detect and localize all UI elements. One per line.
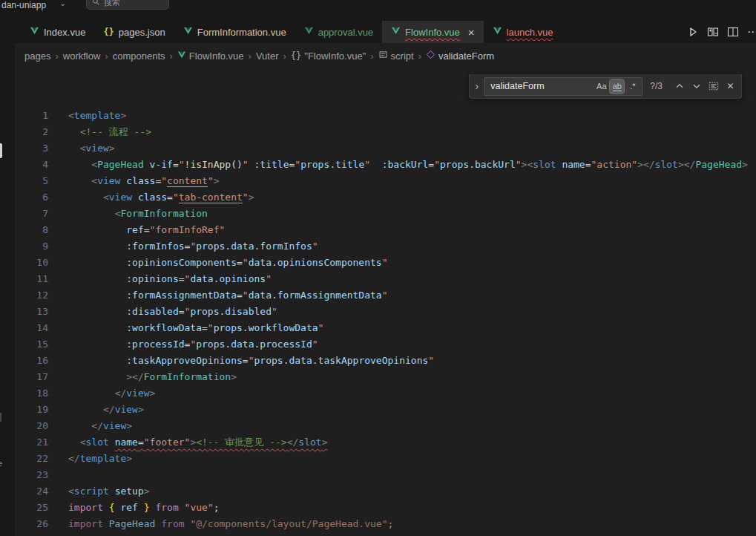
code-text: ref="formInfoRef" bbox=[48, 222, 225, 238]
more-actions-icon[interactable]: ⋯ bbox=[746, 24, 756, 39]
open-changes-icon[interactable] bbox=[706, 24, 720, 39]
code-line-23[interactable]: 23 bbox=[15, 467, 756, 483]
code-text: <view class="tab-content"> bbox=[48, 189, 254, 206]
breadcrumb-item-script[interactable]: script bbox=[378, 50, 414, 62]
code-line-15[interactable]: 15 :processId="props.data.processId" bbox=[15, 336, 756, 353]
code-line-19[interactable]: 19 </view> bbox=[15, 402, 756, 418]
line-number: 12 bbox=[15, 287, 48, 304]
find-in-selection-icon[interactable] bbox=[706, 79, 721, 94]
breadcrumb-item-pages[interactable]: pages bbox=[24, 50, 50, 62]
breadcrumb-item-vuter[interactable]: Vuter bbox=[256, 50, 279, 62]
code-line-7[interactable]: 7 <FormInformation bbox=[15, 206, 756, 222]
split-editor-icon[interactable] bbox=[726, 24, 740, 39]
previous-match-button[interactable] bbox=[671, 79, 687, 94]
code-line-5[interactable]: 5 <view class="content"> bbox=[15, 173, 756, 189]
tab-approval-vue[interactable]: approval.vue bbox=[295, 21, 382, 43]
code-text bbox=[48, 467, 68, 483]
breadcrumb-item-components[interactable]: components bbox=[113, 50, 165, 62]
toggle-replace-icon[interactable]: › bbox=[471, 74, 482, 98]
code-text: <PageHead v-if="!isInApp()" :title="prop… bbox=[48, 157, 748, 173]
code-line-21[interactable]: 21 <slot name="footer"><!-- 审批意见 --></sl… bbox=[15, 434, 756, 451]
breadcrumb-item-workflow[interactable]: workflow bbox=[63, 50, 101, 62]
vue-icon bbox=[304, 26, 314, 38]
line-number: 8 bbox=[15, 222, 48, 238]
code-line-25[interactable]: 25import { ref } from "vue"; bbox=[15, 500, 756, 516]
code-text: </view> bbox=[48, 402, 144, 418]
chevron-right-icon: › bbox=[370, 50, 373, 62]
next-match-button[interactable] bbox=[688, 79, 704, 94]
workspace-title[interactable]: dan-uniapp bbox=[1, 0, 46, 10]
code-text: <view class="content"> bbox=[48, 173, 220, 189]
sidebar-text-fragment bbox=[0, 413, 1, 422]
code-text: </template> bbox=[48, 451, 132, 467]
match-case-toggle[interactable]: Aa bbox=[594, 79, 608, 94]
code-text: <script setup> bbox=[48, 483, 150, 500]
tab-bar: Index.vue {} pages.json FormInformation.… bbox=[15, 21, 756, 43]
code-text: <view> bbox=[48, 140, 115, 157]
code-line-12[interactable]: 12 :formAssignmentData="data.formAssignm… bbox=[15, 287, 756, 304]
code-line-1[interactable]: 1<template> bbox=[15, 108, 756, 124]
find-input[interactable] bbox=[489, 80, 593, 92]
line-number: 3 bbox=[15, 140, 48, 157]
code-line-3[interactable]: 3 <view> bbox=[15, 140, 756, 157]
line-number: 23 bbox=[15, 467, 48, 483]
tab-launch-vue[interactable]: launch.vue bbox=[484, 21, 562, 43]
code-text: :formAssignmentData="data.formAssignment… bbox=[48, 287, 388, 304]
code-line-22[interactable]: 22</template> bbox=[15, 451, 756, 467]
code-text: <slot name="footer"><!-- 审批意见 --></slot> bbox=[48, 434, 327, 451]
code-line-10[interactable]: 10 :opinionsComponents="data.opinionsCom… bbox=[15, 255, 756, 271]
run-button[interactable] bbox=[686, 24, 700, 39]
breadcrumb: pages › workflow › components › FlowInfo… bbox=[15, 43, 756, 68]
editor-pane[interactable]: 1<template>2 <!-- 流程 -->3 <view>4 <PageH… bbox=[15, 68, 756, 536]
code-line-8[interactable]: 8 ref="formInfoRef" bbox=[15, 222, 756, 238]
code-line-20[interactable]: 20 </view> bbox=[15, 418, 756, 434]
vue-icon bbox=[177, 50, 186, 62]
vscode-window: e dan-uniapp ⌄ 搜索 Index.vue {} pages.jso… bbox=[0, 0, 756, 536]
code-line-13[interactable]: 13 :disabled="props.disabled" bbox=[15, 304, 756, 320]
line-number: 5 bbox=[15, 173, 48, 189]
braces-icon: {} bbox=[291, 50, 301, 61]
code-line-18[interactable]: 18 </view> bbox=[15, 385, 756, 402]
code-text: ></FormInformation> bbox=[48, 369, 237, 385]
code-line-11[interactable]: 11 :opinions="data.opinions" bbox=[15, 271, 756, 287]
code-text: <!-- 流程 --> bbox=[48, 124, 151, 140]
line-number: 24 bbox=[15, 483, 48, 500]
command-center-search[interactable]: 搜索 bbox=[86, 0, 169, 10]
chevron-down-icon[interactable]: ⌄ bbox=[59, 0, 66, 8]
tab-index-vue[interactable]: Index.vue bbox=[21, 21, 94, 43]
code-line-9[interactable]: 9 :formInfos="props.data.formInfos" bbox=[15, 238, 756, 255]
breadcrumb-item-flowinfo-file[interactable]: FlowInfo.vue bbox=[177, 50, 244, 62]
line-number: 20 bbox=[15, 418, 48, 434]
title-bar: dan-uniapp ⌄ 搜索 bbox=[0, 0, 756, 10]
code-text: </view> bbox=[48, 418, 132, 434]
code-line-4[interactable]: 4 <PageHead v-if="!isInApp()" :title="pr… bbox=[15, 157, 756, 173]
code-line-2[interactable]: 2 <!-- 流程 --> bbox=[15, 124, 756, 140]
line-number: 2 bbox=[15, 124, 48, 140]
code-line-6[interactable]: 6 <view class="tab-content"> bbox=[15, 189, 756, 206]
close-icon[interactable]: ✕ bbox=[723, 79, 738, 94]
close-icon[interactable]: × bbox=[468, 27, 475, 38]
tab-pages-json[interactable]: {} pages.json bbox=[94, 21, 174, 43]
top-chrome: dan-uniapp ⌄ 搜索 Index.vue {} pages.json … bbox=[0, 0, 756, 43]
regex-toggle[interactable]: .* bbox=[625, 79, 640, 94]
code-text: :workflowData="props.workflowData" bbox=[48, 320, 323, 336]
search-icon bbox=[92, 0, 100, 7]
breadcrumb-item-validateform[interactable]: validateForm bbox=[426, 50, 494, 62]
code-text: :taskApproveOpinions="props.data.taskApp… bbox=[48, 353, 434, 369]
tab-flowinfo-vue[interactable]: FlowInfo.vue × bbox=[382, 21, 483, 43]
tab-forminformation-vue[interactable]: FormInformation.vue bbox=[174, 21, 295, 43]
code-line-14[interactable]: 14 :workflowData="props.workflowData" bbox=[15, 320, 756, 336]
whole-word-toggle[interactable]: ab bbox=[610, 79, 624, 94]
vue-icon bbox=[391, 26, 401, 38]
line-number: 15 bbox=[15, 336, 48, 353]
code-line-26[interactable]: 26import PageHead from "@/components/lay… bbox=[15, 516, 756, 532]
breadcrumb-item-module[interactable]: {} "FlowInfo.vue" bbox=[291, 50, 366, 62]
code-text: import PageHead from "@/components/layou… bbox=[48, 516, 393, 532]
code-line-16[interactable]: 16 :taskApproveOpinions="props.data.task… bbox=[15, 353, 756, 369]
code-line-17[interactable]: 17 ></FormInformation> bbox=[15, 369, 756, 385]
code-text: :opinions="data.opinions" bbox=[48, 271, 272, 287]
vue-icon bbox=[183, 26, 193, 38]
code-line-24[interactable]: 24<script setup> bbox=[15, 483, 756, 500]
chevron-right-icon: › bbox=[249, 50, 252, 62]
code-text: import { ref } from "vue"; bbox=[48, 500, 220, 516]
